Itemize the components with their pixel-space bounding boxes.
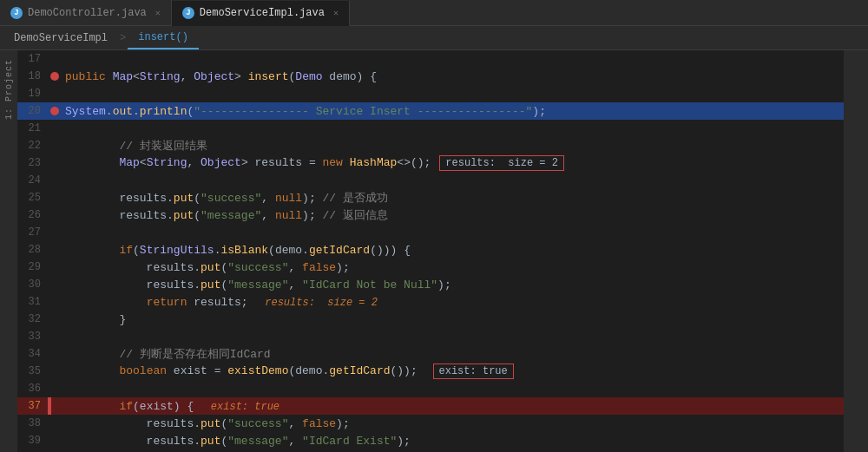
- tab-bar: J DemoController.java ✕ J DemoServiceImp…: [0, 0, 868, 26]
- line-num-31: 31: [17, 296, 48, 308]
- line-num-18: 18: [17, 70, 48, 82]
- line-content-20: System.out.println("---------------- Ser…: [62, 105, 844, 118]
- tab-demoserviceimpl-label: DemoServiceImpl.java: [200, 7, 325, 19]
- code-editor[interactable]: 17 18 public Map<String, Object> insert(…: [17, 50, 844, 452]
- sidebar-left: 1: Project: [0, 50, 17, 452]
- line-num-32: 32: [17, 313, 48, 325]
- line-num-19: 19: [17, 88, 48, 100]
- line-num-29: 29: [17, 261, 48, 273]
- line-num-25: 25: [17, 192, 48, 204]
- code-line-33: 33: [17, 328, 844, 345]
- scrollbar[interactable]: [861, 50, 868, 452]
- line-num-20: 20: [17, 105, 48, 117]
- code-line-39: 39 results.put("message", "IdCard Exist"…: [17, 432, 844, 449]
- code-line-18: 18 public Map<String, Object> insert(Dem…: [17, 68, 844, 85]
- code-line-28: 28 if(StringUtils.isBlank(demo.getIdCard…: [17, 241, 844, 259]
- breakpoint-18[interactable]: [50, 72, 59, 81]
- line-content-28: if(StringUtils.isBlank(demo.getIdCard())…: [62, 244, 844, 257]
- line-num-30: 30: [17, 278, 48, 291]
- tab-demoserviceimpl[interactable]: J DemoServiceImpl.java ✕: [172, 1, 350, 26]
- tab-democontroller-close[interactable]: ✕: [155, 8, 161, 18]
- line-content-26: results.put("message", null); // 返回信息: [62, 207, 844, 223]
- sub-tab-class-label: DemoServiceImpl: [14, 32, 108, 44]
- tab-democontroller[interactable]: J DemoController.java ✕: [0, 0, 172, 25]
- java-icon: J: [10, 7, 23, 19]
- sub-tab-method-label: insert(): [138, 31, 188, 43]
- line-num-34: 34: [17, 348, 48, 360]
- breakpoint-20[interactable]: [50, 107, 59, 115]
- debug-inline-31: results: size = 2: [265, 297, 378, 309]
- code-line-27: 27: [17, 224, 844, 241]
- code-line-19: 19: [17, 85, 844, 102]
- code-line-20: 20 System.out.println("---------------- …: [17, 102, 844, 120]
- debug-box-35: exist: true: [433, 364, 514, 379]
- breadcrumb-separator: >: [120, 32, 126, 44]
- line-content-30: results.put("message", "IdCard Not be Nu…: [62, 278, 844, 292]
- line-content-18: public Map<String, Object> insert(Demo d…: [62, 70, 844, 83]
- code-line-26: 26 results.put("message", null); // 返回信息: [17, 206, 844, 224]
- sidebar-project-label: 1: Project: [4, 59, 14, 120]
- code-line-23: 23 Map<String, Object> results = new Has…: [17, 154, 844, 172]
- line-content-29: results.put("success", false);: [62, 261, 844, 274]
- line-num-39: 39: [17, 435, 48, 447]
- line-num-21: 21: [17, 122, 48, 134]
- code-line-36: 36: [17, 380, 844, 397]
- line-num-35: 35: [17, 365, 48, 377]
- line-content-34: // 判断是否存在相同IdCard: [62, 346, 844, 362]
- line-content-31: return results; results: size = 2: [62, 296, 844, 309]
- line-num-23: 23: [17, 157, 48, 169]
- code-line-22: 22 // 封装返回结果: [17, 137, 844, 154]
- code-line-38: 38 results.put("success", false);: [17, 415, 844, 432]
- code-line-34: 34 // 判断是否存在相同IdCard: [17, 345, 844, 363]
- line-content-37: if(exist) { exist: true: [62, 400, 844, 413]
- line-num-24: 24: [17, 174, 48, 187]
- sub-tab-method[interactable]: insert(): [128, 26, 199, 49]
- code-line-17: 17: [17, 50, 844, 68]
- tab-demoserviceimpl-close[interactable]: ✕: [333, 8, 339, 18]
- marker-20: [48, 107, 62, 115]
- debug-box-23: results: size = 2: [439, 155, 564, 171]
- line-num-37: 37: [17, 400, 48, 412]
- sub-tab-bar: DemoServiceImpl > insert(): [0, 26, 868, 50]
- line-num-22: 22: [17, 140, 48, 152]
- marker-18: [48, 72, 62, 81]
- line-content-38: results.put("success", false);: [62, 417, 844, 430]
- line-content-32: }: [62, 313, 844, 326]
- line-content-25: results.put("success", null); // 是否成功: [62, 190, 844, 206]
- code-line-32: 32 }: [17, 311, 844, 328]
- line-content-39: results.put("message", "IdCard Exist");: [62, 435, 844, 448]
- code-line-29: 29 results.put("success", false);: [17, 259, 844, 276]
- line-num-27: 27: [17, 226, 48, 239]
- sub-tab-class[interactable]: DemoServiceImpl: [3, 26, 118, 49]
- code-line-30: 30 results.put("message", "IdCard Not be…: [17, 276, 844, 293]
- debug-inline-37: exist: true: [211, 401, 279, 413]
- editor-area: 1: Project 17 18 public Map<String, Obje…: [0, 50, 868, 452]
- line-num-33: 33: [17, 331, 48, 343]
- line-content-23: Map<String, Object> results = new HashMa…: [62, 155, 844, 171]
- line-content-35: boolean exist = existDemo(demo.getIdCard…: [62, 364, 844, 379]
- line-num-38: 38: [17, 417, 48, 429]
- code-line-31: 31 return results; results: size = 2: [17, 293, 844, 311]
- code-line-35: 35 boolean exist = existDemo(demo.getIdC…: [17, 363, 844, 380]
- tab-democontroller-label: DemoController.java: [28, 7, 147, 19]
- code-line-21: 21: [17, 120, 844, 137]
- code-line-25: 25 results.put("success", null); // 是否成功: [17, 189, 844, 206]
- line-content-22: // 封装返回结果: [62, 138, 844, 154]
- java-icon-2: J: [182, 7, 194, 19]
- line-num-26: 26: [17, 209, 48, 221]
- code-line-24: 24: [17, 172, 844, 189]
- right-panel: [844, 50, 861, 452]
- code-line-37: 37 if(exist) { exist: true: [17, 397, 844, 415]
- line-num-28: 28: [17, 244, 48, 256]
- line-num-36: 36: [17, 383, 48, 395]
- line-num-17: 17: [17, 53, 48, 65]
